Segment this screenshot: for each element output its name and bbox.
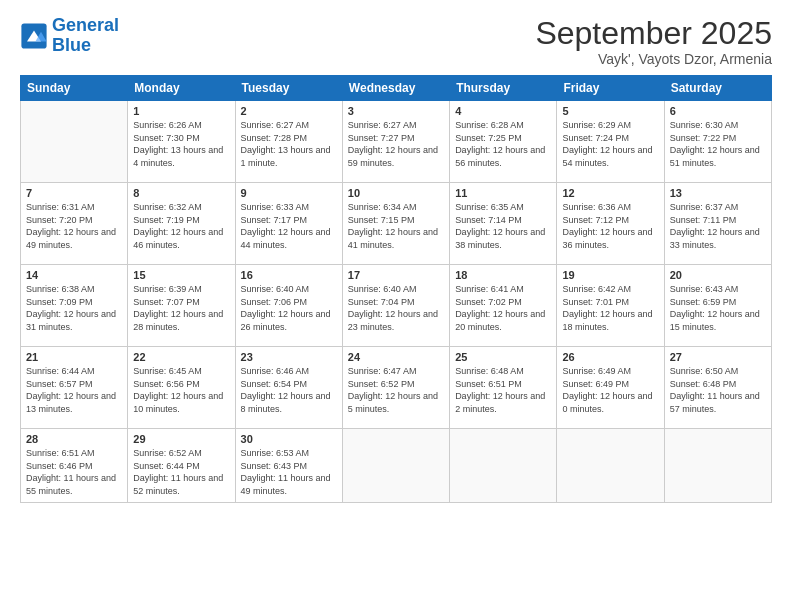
day-number: 27 bbox=[670, 351, 766, 363]
calendar-cell: 9Sunrise: 6:33 AMSunset: 7:17 PMDaylight… bbox=[235, 183, 342, 265]
calendar-cell: 4Sunrise: 6:28 AMSunset: 7:25 PMDaylight… bbox=[450, 101, 557, 183]
calendar-cell: 21Sunrise: 6:44 AMSunset: 6:57 PMDayligh… bbox=[21, 347, 128, 429]
logo: General Blue bbox=[20, 16, 119, 56]
logo-text: General Blue bbox=[52, 16, 119, 56]
calendar-week-3: 14Sunrise: 6:38 AMSunset: 7:09 PMDayligh… bbox=[21, 265, 772, 347]
calendar-cell: 27Sunrise: 6:50 AMSunset: 6:48 PMDayligh… bbox=[664, 347, 771, 429]
calendar-cell bbox=[664, 429, 771, 502]
day-number: 23 bbox=[241, 351, 337, 363]
day-info: Sunrise: 6:51 AMSunset: 6:46 PMDaylight:… bbox=[26, 447, 122, 497]
day-number: 12 bbox=[562, 187, 658, 199]
day-number: 21 bbox=[26, 351, 122, 363]
calendar-cell: 16Sunrise: 6:40 AMSunset: 7:06 PMDayligh… bbox=[235, 265, 342, 347]
calendar-week-1: 1Sunrise: 6:26 AMSunset: 7:30 PMDaylight… bbox=[21, 101, 772, 183]
day-info: Sunrise: 6:43 AMSunset: 6:59 PMDaylight:… bbox=[670, 283, 766, 333]
calendar-cell bbox=[450, 429, 557, 502]
day-info: Sunrise: 6:28 AMSunset: 7:25 PMDaylight:… bbox=[455, 119, 551, 169]
calendar-cell: 10Sunrise: 6:34 AMSunset: 7:15 PMDayligh… bbox=[342, 183, 449, 265]
calendar-cell: 26Sunrise: 6:49 AMSunset: 6:49 PMDayligh… bbox=[557, 347, 664, 429]
calendar-cell: 5Sunrise: 6:29 AMSunset: 7:24 PMDaylight… bbox=[557, 101, 664, 183]
day-number: 28 bbox=[26, 433, 122, 445]
calendar-cell: 19Sunrise: 6:42 AMSunset: 7:01 PMDayligh… bbox=[557, 265, 664, 347]
calendar-cell: 15Sunrise: 6:39 AMSunset: 7:07 PMDayligh… bbox=[128, 265, 235, 347]
day-number: 18 bbox=[455, 269, 551, 281]
col-friday: Friday bbox=[557, 76, 664, 101]
calendar-cell: 25Sunrise: 6:48 AMSunset: 6:51 PMDayligh… bbox=[450, 347, 557, 429]
calendar-cell: 3Sunrise: 6:27 AMSunset: 7:27 PMDaylight… bbox=[342, 101, 449, 183]
day-number: 11 bbox=[455, 187, 551, 199]
day-info: Sunrise: 6:33 AMSunset: 7:17 PMDaylight:… bbox=[241, 201, 337, 251]
day-info: Sunrise: 6:26 AMSunset: 7:30 PMDaylight:… bbox=[133, 119, 229, 169]
day-info: Sunrise: 6:30 AMSunset: 7:22 PMDaylight:… bbox=[670, 119, 766, 169]
day-info: Sunrise: 6:40 AMSunset: 7:06 PMDaylight:… bbox=[241, 283, 337, 333]
day-number: 16 bbox=[241, 269, 337, 281]
col-wednesday: Wednesday bbox=[342, 76, 449, 101]
day-info: Sunrise: 6:46 AMSunset: 6:54 PMDaylight:… bbox=[241, 365, 337, 415]
day-number: 22 bbox=[133, 351, 229, 363]
calendar-cell: 11Sunrise: 6:35 AMSunset: 7:14 PMDayligh… bbox=[450, 183, 557, 265]
calendar-cell: 30Sunrise: 6:53 AMSunset: 6:43 PMDayligh… bbox=[235, 429, 342, 502]
logo-icon bbox=[20, 22, 48, 50]
day-number: 15 bbox=[133, 269, 229, 281]
day-number: 29 bbox=[133, 433, 229, 445]
calendar-cell: 8Sunrise: 6:32 AMSunset: 7:19 PMDaylight… bbox=[128, 183, 235, 265]
header: General Blue September 2025 Vayk', Vayot… bbox=[20, 16, 772, 67]
day-number: 7 bbox=[26, 187, 122, 199]
calendar-cell bbox=[21, 101, 128, 183]
calendar-week-4: 21Sunrise: 6:44 AMSunset: 6:57 PMDayligh… bbox=[21, 347, 772, 429]
calendar-cell: 6Sunrise: 6:30 AMSunset: 7:22 PMDaylight… bbox=[664, 101, 771, 183]
calendar-cell: 28Sunrise: 6:51 AMSunset: 6:46 PMDayligh… bbox=[21, 429, 128, 502]
day-info: Sunrise: 6:40 AMSunset: 7:04 PMDaylight:… bbox=[348, 283, 444, 333]
calendar-cell: 12Sunrise: 6:36 AMSunset: 7:12 PMDayligh… bbox=[557, 183, 664, 265]
day-number: 20 bbox=[670, 269, 766, 281]
day-number: 5 bbox=[562, 105, 658, 117]
calendar-cell: 7Sunrise: 6:31 AMSunset: 7:20 PMDaylight… bbox=[21, 183, 128, 265]
day-number: 17 bbox=[348, 269, 444, 281]
day-info: Sunrise: 6:32 AMSunset: 7:19 PMDaylight:… bbox=[133, 201, 229, 251]
day-number: 6 bbox=[670, 105, 766, 117]
col-sunday: Sunday bbox=[21, 76, 128, 101]
calendar-cell: 2Sunrise: 6:27 AMSunset: 7:28 PMDaylight… bbox=[235, 101, 342, 183]
calendar-cell bbox=[342, 429, 449, 502]
calendar-cell: 24Sunrise: 6:47 AMSunset: 6:52 PMDayligh… bbox=[342, 347, 449, 429]
col-thursday: Thursday bbox=[450, 76, 557, 101]
col-saturday: Saturday bbox=[664, 76, 771, 101]
day-info: Sunrise: 6:45 AMSunset: 6:56 PMDaylight:… bbox=[133, 365, 229, 415]
day-number: 25 bbox=[455, 351, 551, 363]
calendar-week-2: 7Sunrise: 6:31 AMSunset: 7:20 PMDaylight… bbox=[21, 183, 772, 265]
day-info: Sunrise: 6:35 AMSunset: 7:14 PMDaylight:… bbox=[455, 201, 551, 251]
calendar-cell: 20Sunrise: 6:43 AMSunset: 6:59 PMDayligh… bbox=[664, 265, 771, 347]
day-info: Sunrise: 6:41 AMSunset: 7:02 PMDaylight:… bbox=[455, 283, 551, 333]
subtitle: Vayk', Vayots Dzor, Armenia bbox=[535, 51, 772, 67]
day-info: Sunrise: 6:29 AMSunset: 7:24 PMDaylight:… bbox=[562, 119, 658, 169]
calendar-cell: 14Sunrise: 6:38 AMSunset: 7:09 PMDayligh… bbox=[21, 265, 128, 347]
title-block: September 2025 Vayk', Vayots Dzor, Armen… bbox=[535, 16, 772, 67]
day-info: Sunrise: 6:53 AMSunset: 6:43 PMDaylight:… bbox=[241, 447, 337, 497]
calendar-cell: 29Sunrise: 6:52 AMSunset: 6:44 PMDayligh… bbox=[128, 429, 235, 502]
day-number: 26 bbox=[562, 351, 658, 363]
day-number: 1 bbox=[133, 105, 229, 117]
logo-general: General bbox=[52, 15, 119, 35]
calendar-cell: 17Sunrise: 6:40 AMSunset: 7:04 PMDayligh… bbox=[342, 265, 449, 347]
col-monday: Monday bbox=[128, 76, 235, 101]
day-info: Sunrise: 6:37 AMSunset: 7:11 PMDaylight:… bbox=[670, 201, 766, 251]
day-number: 24 bbox=[348, 351, 444, 363]
day-number: 3 bbox=[348, 105, 444, 117]
day-info: Sunrise: 6:44 AMSunset: 6:57 PMDaylight:… bbox=[26, 365, 122, 415]
calendar-table: Sunday Monday Tuesday Wednesday Thursday… bbox=[20, 75, 772, 502]
calendar-cell bbox=[557, 429, 664, 502]
day-number: 2 bbox=[241, 105, 337, 117]
day-info: Sunrise: 6:47 AMSunset: 6:52 PMDaylight:… bbox=[348, 365, 444, 415]
day-info: Sunrise: 6:27 AMSunset: 7:28 PMDaylight:… bbox=[241, 119, 337, 169]
day-info: Sunrise: 6:42 AMSunset: 7:01 PMDaylight:… bbox=[562, 283, 658, 333]
logo-blue: Blue bbox=[52, 35, 91, 55]
day-info: Sunrise: 6:27 AMSunset: 7:27 PMDaylight:… bbox=[348, 119, 444, 169]
day-number: 4 bbox=[455, 105, 551, 117]
day-info: Sunrise: 6:31 AMSunset: 7:20 PMDaylight:… bbox=[26, 201, 122, 251]
day-number: 14 bbox=[26, 269, 122, 281]
calendar-cell: 1Sunrise: 6:26 AMSunset: 7:30 PMDaylight… bbox=[128, 101, 235, 183]
day-info: Sunrise: 6:52 AMSunset: 6:44 PMDaylight:… bbox=[133, 447, 229, 497]
header-row: Sunday Monday Tuesday Wednesday Thursday… bbox=[21, 76, 772, 101]
day-info: Sunrise: 6:48 AMSunset: 6:51 PMDaylight:… bbox=[455, 365, 551, 415]
calendar-cell: 23Sunrise: 6:46 AMSunset: 6:54 PMDayligh… bbox=[235, 347, 342, 429]
